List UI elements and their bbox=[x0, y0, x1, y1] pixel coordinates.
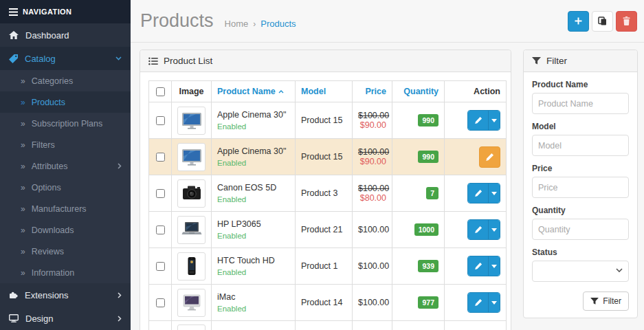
column-header-action: Action bbox=[445, 81, 507, 102]
filter-price-input[interactable] bbox=[532, 177, 629, 198]
caret-down-icon[interactable] bbox=[488, 220, 500, 239]
sidebar-item-catalog[interactable]: Catalog bbox=[0, 47, 131, 70]
filter-label-price: Price bbox=[532, 164, 629, 173]
column-header-image: Image bbox=[172, 81, 212, 102]
sidebar-item-dashboard[interactable]: Dashboard bbox=[0, 23, 131, 47]
list-icon bbox=[148, 57, 158, 65]
row-checkbox[interactable] bbox=[156, 153, 165, 162]
row-checkbox[interactable] bbox=[156, 116, 165, 125]
caret-down-icon[interactable] bbox=[488, 293, 500, 312]
sidebar-item-manufacturers[interactable]: »Manufacturers bbox=[0, 198, 131, 219]
sidebar: NAVIGATION Dashboard Catalog »Categories… bbox=[0, 0, 131, 330]
product-image-apple-cinema bbox=[177, 107, 206, 135]
product-image-hp-laptop bbox=[177, 216, 206, 244]
product-status: Enabled bbox=[217, 303, 289, 314]
catalog-submenu: »Categories »Products »Subscription Plan… bbox=[0, 70, 131, 283]
column-header-model: Model bbox=[296, 81, 353, 102]
filter-icon bbox=[532, 57, 541, 65]
sidebar-item-design[interactable]: Design bbox=[0, 307, 131, 330]
chevron-down-icon bbox=[115, 56, 122, 60]
row-checkbox[interactable] bbox=[156, 189, 165, 198]
double-arrow-icon: » bbox=[21, 141, 25, 149]
row-checkbox[interactable] bbox=[156, 298, 165, 307]
pencil-icon[interactable] bbox=[468, 111, 488, 130]
filter-icon bbox=[590, 298, 599, 305]
edit-split-button[interactable] bbox=[467, 292, 500, 313]
chevron-right-icon bbox=[118, 163, 122, 169]
product-model: Product 3 bbox=[296, 175, 353, 212]
home-icon bbox=[9, 31, 19, 39]
sidebar-item-products[interactable]: »Products bbox=[0, 91, 131, 113]
sidebar-item-reviews[interactable]: »Reviews bbox=[0, 241, 131, 262]
sidebar-item-downloads[interactable]: »Downloads bbox=[0, 219, 131, 241]
pencil-icon[interactable] bbox=[468, 293, 488, 312]
product-image-apple-cinema bbox=[177, 143, 206, 171]
filter-label-quantity: Quantity bbox=[532, 206, 629, 215]
edit-split-button[interactable] bbox=[467, 110, 500, 131]
column-header-quantity: Quantity bbox=[392, 81, 445, 102]
pencil-icon[interactable] bbox=[468, 184, 488, 203]
filter-button[interactable]: Filter bbox=[583, 292, 629, 311]
edit-split-button[interactable] bbox=[467, 219, 500, 240]
sidebar-item-information[interactable]: »Information bbox=[0, 262, 131, 283]
select-all-checkbox[interactable] bbox=[156, 87, 165, 96]
price-special: $90.00 bbox=[358, 157, 386, 166]
edit-split-button[interactable] bbox=[467, 256, 500, 276]
add-new-button[interactable] bbox=[568, 11, 589, 32]
column-header-price: Price bbox=[353, 81, 392, 102]
product-image-htc-phone bbox=[177, 252, 206, 280]
product-status: Enabled bbox=[217, 267, 289, 278]
caret-down-icon[interactable] bbox=[488, 184, 500, 203]
row-checkbox[interactable] bbox=[156, 262, 165, 271]
sidebar-subitem-label: Attributes bbox=[32, 162, 111, 171]
delete-button[interactable] bbox=[616, 11, 637, 32]
opencart-admin: NAVIGATION Dashboard Catalog »Categories… bbox=[0, 0, 644, 330]
pencil-icon bbox=[485, 153, 494, 162]
product-image-imac bbox=[177, 289, 206, 317]
double-arrow-icon: » bbox=[21, 77, 25, 85]
product-image-canon-eos bbox=[177, 179, 206, 208]
sidebar-item-extensions[interactable]: Extensions bbox=[0, 283, 131, 307]
product-status: Enabled bbox=[217, 157, 289, 168]
sidebar-subitem-label: Filters bbox=[32, 140, 122, 150]
price: $100.00 bbox=[353, 212, 392, 248]
table-row-partial bbox=[149, 321, 507, 330]
product-name: HTC Touch HD bbox=[217, 255, 289, 267]
sidebar-item-categories[interactable]: »Categories bbox=[0, 70, 131, 91]
product-table: Image Product Name Model Price Quantity … bbox=[148, 80, 507, 330]
pencil-icon[interactable] bbox=[468, 220, 488, 239]
sidebar-subitem-label: Subscription Plans bbox=[32, 119, 122, 129]
quantity-badge: 7 bbox=[426, 187, 438, 199]
edit-button-active[interactable] bbox=[479, 146, 500, 168]
caret-down-icon[interactable] bbox=[488, 256, 500, 276]
sidebar-item-label: Dashboard bbox=[25, 30, 122, 41]
copy-button[interactable] bbox=[592, 11, 613, 32]
sidebar-item-attributes[interactable]: »Attributes bbox=[0, 155, 131, 177]
filter-quantity-input[interactable] bbox=[532, 219, 629, 240]
breadcrumb-home-link[interactable]: Home bbox=[225, 19, 249, 29]
tag-icon bbox=[9, 54, 18, 63]
quantity-badge: 990 bbox=[418, 151, 438, 163]
sidebar-subitem-label: Manufacturers bbox=[32, 204, 122, 214]
filter-model-input[interactable] bbox=[532, 135, 629, 156]
edit-split-button[interactable] bbox=[467, 183, 500, 204]
price-special: $80.00 bbox=[358, 193, 386, 203]
plus-icon bbox=[575, 17, 582, 25]
table-row-highlighted: Apple Cinema 30"Enabled Product 15 $100.… bbox=[149, 139, 507, 175]
sidebar-subitem-label: Options bbox=[32, 183, 122, 192]
filter-status-select[interactable] bbox=[532, 261, 629, 282]
product-name: Apple Cinema 30" bbox=[217, 109, 289, 121]
double-arrow-icon: » bbox=[21, 162, 25, 170]
sidebar-item-subscription-plans[interactable]: »Subscription Plans bbox=[0, 113, 131, 134]
page-title: Products bbox=[140, 10, 214, 32]
price-special: $90.00 bbox=[358, 120, 386, 130]
sidebar-item-filters[interactable]: »Filters bbox=[0, 134, 131, 155]
pencil-icon[interactable] bbox=[468, 256, 488, 276]
product-model: Product 15 bbox=[296, 139, 353, 175]
row-checkbox[interactable] bbox=[156, 226, 165, 234]
caret-down-icon[interactable] bbox=[488, 111, 500, 130]
sidebar-item-options[interactable]: »Options bbox=[0, 177, 131, 198]
filter-product-name-input[interactable] bbox=[532, 93, 629, 114]
product-status: Enabled bbox=[217, 121, 289, 132]
breadcrumb-current-link[interactable]: Products bbox=[260, 19, 296, 29]
